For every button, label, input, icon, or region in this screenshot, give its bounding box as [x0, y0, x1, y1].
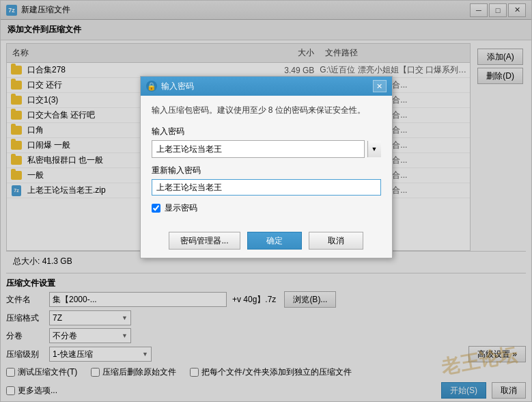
modal-title-bar: 🔒 输入密码 ✕ [141, 77, 392, 96]
password-combo[interactable]: 上老王论坛当老王 [152, 140, 365, 158]
modal-close-button[interactable]: ✕ [373, 80, 387, 92]
show-password-label[interactable]: 显示密码 [152, 202, 381, 214]
password-field: 输入密码 上老王论坛当老王 ▼ [152, 126, 381, 158]
reenter-password-field: 重新输入密码 [152, 165, 381, 196]
reenter-password-input[interactable] [152, 179, 381, 196]
password-input-row: 上老王论坛当老王 ▼ [152, 140, 381, 158]
password-label: 输入密码 [152, 126, 381, 137]
password-dropdown-arrow[interactable]: ▼ [367, 141, 381, 157]
password-value: 上老王论坛当老王 [156, 144, 360, 155]
modal-dialog: 🔒 输入密码 ✕ 输入压缩包密码。建议使用至少 8 位的密码来保证安全性。 输入… [140, 76, 393, 258]
modal-description: 输入压缩包密码。建议使用至少 8 位的密码来保证安全性。 [152, 104, 381, 116]
show-password-text: 显示密码 [165, 202, 197, 214]
main-window: 7z 新建压缩文件 ─ □ ✕ 添加文件到压缩文件 名称 大小 文件路径 口合集… [0, 0, 532, 402]
password-manager-button[interactable]: 密码管理器... [169, 232, 240, 250]
modal-footer: 密码管理器... 确定 取消 [141, 226, 392, 258]
modal-overlay: 🔒 输入密码 ✕ 输入压缩包密码。建议使用至少 8 位的密码来保证安全性。 输入… [1, 1, 531, 401]
modal-title: 输入密码 [161, 81, 369, 92]
modal-cancel-button[interactable]: 取消 [309, 232, 363, 250]
reenter-label: 重新输入密码 [152, 165, 381, 176]
show-password-checkbox[interactable] [152, 204, 160, 213]
modal-ok-button[interactable]: 确定 [247, 232, 302, 250]
modal-body: 输入压缩包密码。建议使用至少 8 位的密码来保证安全性。 输入密码 上老王论坛当… [141, 96, 392, 226]
modal-icon: 🔒 [146, 81, 157, 92]
